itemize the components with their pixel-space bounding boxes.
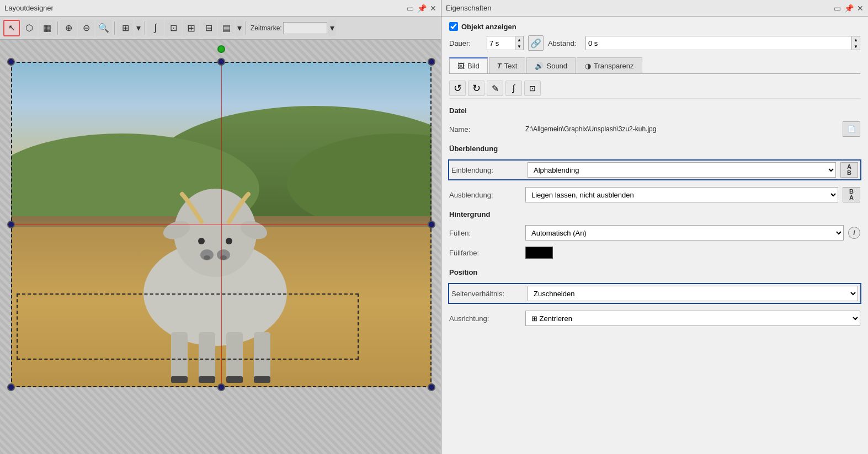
close-icon[interactable]: ✕: [430, 4, 436, 13]
fuellfarbe-swatch[interactable]: [525, 247, 553, 259]
seitenverhaeltnis-select[interactable]: Zuschneiden Strecken Einpassen Original: [528, 286, 858, 301]
rotation-handle[interactable]: [217, 45, 225, 53]
image-container[interactable]: [11, 62, 432, 387]
link-btn[interactable]: 🔗: [528, 35, 544, 51]
einblendung-row: Einblendung: Alphablending Keine Überble…: [448, 159, 861, 180]
duration-down[interactable]: ▼: [515, 43, 523, 50]
left-panel-title: Layoutdesigner: [4, 4, 54, 12]
canvas-area[interactable]: [0, 40, 441, 454]
left-titlebar: Layoutdesigner ▭ 📌 ✕: [0, 0, 441, 17]
image-display: [11, 62, 432, 387]
distance-input[interactable]: [586, 36, 851, 50]
tab-sound-label: Sound: [546, 62, 567, 70]
right-minimize-icon[interactable]: ▭: [834, 4, 841, 13]
tab-transparenz[interactable]: ◑ Transparenz: [577, 57, 642, 73]
show-object-label: Objekt anzeigen: [461, 23, 516, 31]
handle-mid-right[interactable]: [428, 221, 435, 228]
display-dropdown-btn[interactable]: ▾: [236, 20, 243, 36]
ausblendung-label: Ausblendung:: [449, 191, 521, 199]
zoom-fit-btn[interactable]: 🔍: [95, 20, 112, 36]
svg-point-13: [220, 255, 227, 260]
cow-image-svg: [11, 62, 432, 387]
fuellen-info-btn[interactable]: i: [848, 227, 860, 239]
grid-btn[interactable]: ⊞: [117, 20, 134, 36]
distance-spinner[interactable]: ▲ ▼: [585, 36, 860, 50]
tab-bild[interactable]: 🖼 Bild: [449, 57, 488, 73]
svg-rect-16: [171, 332, 188, 382]
einblendung-ab-btn[interactable]: AB: [840, 162, 858, 178]
rotate-right-btn[interactable]: ↻: [468, 81, 484, 96]
table-tool-btn[interactable]: ▦: [39, 20, 55, 36]
path-anim-btn[interactable]: ∫: [505, 81, 522, 96]
right-close-icon[interactable]: ✕: [857, 4, 864, 13]
svg-rect-22: [226, 376, 243, 383]
pencil-btn[interactable]: ✎: [487, 81, 503, 96]
seitenverhaeltnis-label: Seitenverhältnis:: [451, 290, 523, 298]
rotate-left-btn[interactable]: ↺: [449, 81, 466, 96]
tab-text[interactable]: T Text: [489, 57, 526, 73]
right-titlebar: Eigenschaften ▭ 📌 ✕: [441, 0, 868, 17]
position-header: Position: [449, 268, 860, 276]
browse-file-btn[interactable]: 📄: [843, 121, 860, 137]
datei-header: Datei: [449, 106, 860, 115]
ab-icon: AB: [847, 164, 851, 176]
select-tool-btn[interactable]: ↖: [3, 20, 20, 36]
duration-row: Dauer: ▲ ▼ 🔗 Abstand: ▲ ▼: [449, 35, 860, 51]
einblendung-label: Einblendung:: [451, 166, 523, 174]
svg-point-10: [198, 238, 205, 244]
show-object-checkbox[interactable]: [449, 22, 458, 31]
grid-dropdown-btn[interactable]: ▾: [135, 20, 142, 36]
name-row: Name: Z:\Allgemein\Graphix\Unsplash\3zu2…: [449, 121, 860, 137]
zeitmarke-dropdown-btn[interactable]: ▾: [328, 20, 336, 36]
duration-input[interactable]: [487, 36, 515, 50]
ausblendung-select[interactable]: Liegen lassen, nicht ausblenden Keine Üb…: [525, 187, 838, 202]
handle-top-left[interactable]: [7, 58, 15, 66]
sep2: [114, 22, 115, 35]
ausrichtung-row: Ausrichtung: ⊞ Zentrieren Oben links Obe…: [449, 311, 860, 326]
video-tool-btn[interactable]: ⊡: [165, 20, 182, 36]
svg-point-12: [204, 255, 210, 260]
right-pin-icon[interactable]: 📌: [844, 4, 854, 13]
einblendung-select[interactable]: Alphablending Keine Überblenden Schieben…: [528, 162, 836, 178]
properties-content: Objekt anzeigen Dauer: ▲ ▼ 🔗 Abstand: ▲ …: [441, 17, 868, 454]
sound-icon: 🔊: [535, 62, 544, 70]
handle-bot-left[interactable]: [7, 383, 15, 391]
handle-top-mid[interactable]: [217, 58, 225, 66]
distance-up[interactable]: ▲: [852, 36, 860, 43]
right-titlebar-controls: ▭ 📌 ✕: [834, 4, 864, 13]
ausrichtung-dropdown-wrapper: ⊞ Zentrieren Oben links Oben rechts Unte…: [525, 311, 860, 326]
pin-icon[interactable]: 📌: [417, 4, 427, 13]
svg-rect-20: [171, 376, 188, 383]
name-label: Name:: [449, 125, 521, 133]
ausblendung-ba-btn[interactable]: BA: [843, 187, 860, 202]
distance-down[interactable]: ▼: [852, 43, 860, 50]
zoom-in-btn[interactable]: ⊕: [60, 20, 77, 36]
minimize-icon[interactable]: ▭: [407, 4, 414, 13]
duration-arrows: ▲ ▼: [515, 36, 523, 50]
tab-sound[interactable]: 🔊 Sound: [526, 57, 576, 73]
duration-spinner[interactable]: ▲ ▼: [487, 36, 524, 50]
path-tool-btn[interactable]: ∫: [147, 20, 164, 36]
display-btn[interactable]: ▤: [218, 20, 235, 36]
ausrichtung-select[interactable]: ⊞ Zentrieren Oben links Oben rechts Unte…: [525, 311, 860, 326]
video-anim-btn[interactable]: ⊡: [524, 81, 541, 96]
add-btn[interactable]: ⊞: [183, 20, 199, 36]
fuellen-select[interactable]: Automatisch (An) Ja Nein: [525, 225, 844, 241]
ausrichtung-label: Ausrichtung:: [449, 314, 521, 323]
zoom-out-btn[interactable]: ⊖: [78, 20, 94, 36]
left-panel: Layoutdesigner ▭ 📌 ✕ ↖ ⬡ ▦ ⊕ ⊖ 🔍 ⊞ ▾ ∫ ⊡…: [0, 0, 441, 454]
handle-bot-mid[interactable]: [217, 383, 225, 391]
right-panel: Eigenschaften ▭ 📌 ✕ Objekt anzeigen Daue…: [441, 0, 868, 454]
ba-icon: BA: [849, 189, 854, 201]
fuellfarbe-label: Füllfarbe:: [449, 249, 521, 257]
remove-btn[interactable]: ⊟: [200, 20, 217, 36]
left-titlebar-controls: ▭ 📌 ✕: [407, 4, 436, 13]
bild-icon: 🖼: [457, 62, 465, 70]
zeitmarke-input[interactable]: [283, 22, 327, 34]
handle-mid-left[interactable]: [7, 221, 15, 228]
seitenverhaeltnis-row: Seitenverhältnis: Zuschneiden Strecken E…: [448, 283, 861, 304]
handle-top-right[interactable]: [428, 58, 435, 66]
duration-up[interactable]: ▲: [515, 36, 523, 43]
bezier-tool-btn[interactable]: ⬡: [21, 20, 38, 36]
handle-bot-right[interactable]: [428, 383, 435, 391]
